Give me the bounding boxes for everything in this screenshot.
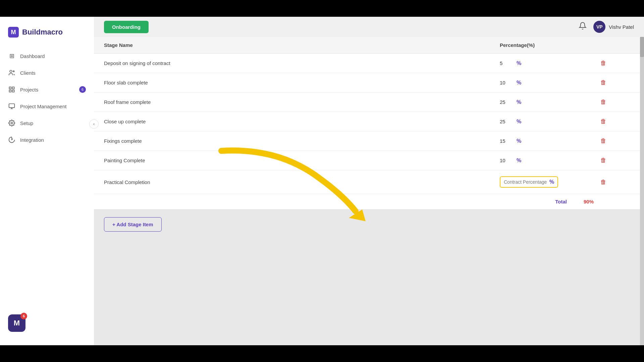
percentage-value: 5 bbox=[500, 60, 513, 66]
percentage-value: 10 bbox=[500, 80, 513, 85]
sidebar-label-setup: Setup bbox=[20, 120, 33, 126]
total-label: Total bbox=[555, 199, 567, 204]
dashboard-icon: ⊞ bbox=[8, 52, 15, 60]
sidebar-label-integration: Integration bbox=[20, 137, 44, 143]
svg-rect-5 bbox=[12, 90, 14, 92]
percent-symbol[interactable]: % bbox=[517, 119, 521, 125]
percentage-cell: 10 % bbox=[500, 80, 600, 86]
delete-button[interactable]: 🗑 bbox=[600, 157, 606, 164]
sidebar-item-project-management[interactable]: Project Management bbox=[0, 98, 94, 115]
percent-symbol[interactable]: % bbox=[517, 80, 521, 86]
stage-name-cell: Roof frame complete bbox=[104, 99, 500, 105]
sidebar-label-clients: Clients bbox=[20, 70, 36, 76]
add-button-container: + Add Stage Item bbox=[94, 209, 644, 240]
percent-symbol[interactable]: % bbox=[517, 158, 521, 164]
sidebar-label-dashboard: Dashboard bbox=[20, 53, 45, 59]
percentage-cell: 25 % bbox=[500, 99, 600, 105]
table-header: Stage Name Percentage(%) bbox=[94, 37, 644, 54]
row-actions: 🗑 bbox=[600, 157, 634, 164]
percentage-value: 10 bbox=[500, 158, 513, 163]
logo-icon: M bbox=[8, 27, 19, 38]
notification-icon[interactable] bbox=[579, 22, 587, 32]
percentage-cell: 10 % bbox=[500, 158, 600, 164]
sidebar-collapse-button[interactable]: ‹ bbox=[89, 119, 99, 129]
sidebar-item-dashboard[interactable]: ⊞ Dashboard bbox=[0, 48, 94, 64]
col-header-stage-name: Stage Name bbox=[104, 42, 500, 48]
user-name: Vishv Patel bbox=[609, 24, 634, 30]
add-stage-item-button[interactable]: + Add Stage Item bbox=[104, 217, 162, 232]
table-row: Deposit on signing of contract 5 % 🗑 bbox=[94, 54, 644, 73]
total-row: Total 90% bbox=[94, 194, 644, 209]
stage-name-cell: Fixings complete bbox=[104, 138, 500, 144]
header: Onboarding VP Vishv Patel bbox=[94, 17, 644, 37]
row-actions: 🗑 bbox=[600, 137, 634, 144]
percent-symbol[interactable]: % bbox=[517, 99, 521, 105]
stage-name-cell: Painting Complete bbox=[104, 158, 500, 163]
total-value: 90% bbox=[574, 199, 594, 204]
sidebar-item-setup[interactable]: Setup bbox=[0, 115, 94, 131]
percent-symbol[interactable]: % bbox=[517, 138, 521, 144]
delete-button[interactable]: 🗑 bbox=[600, 60, 606, 67]
row-actions: 🗑 bbox=[600, 99, 634, 106]
delete-button[interactable]: 🗑 bbox=[600, 79, 606, 86]
table-row-highlighted: Practical Completion % 🗑 bbox=[94, 170, 644, 194]
projects-badge: 6 bbox=[79, 86, 86, 93]
setup-icon bbox=[8, 119, 15, 127]
svg-rect-3 bbox=[12, 87, 14, 89]
table-row: Close up complete 25 % 🗑 bbox=[94, 112, 644, 131]
delete-button[interactable]: 🗑 bbox=[600, 99, 606, 106]
sidebar: M Buildmacro ⊞ Dashboard Clients Project… bbox=[0, 17, 94, 345]
contract-percentage-input[interactable] bbox=[504, 179, 547, 185]
row-actions: 🗑 bbox=[600, 79, 634, 86]
clients-icon bbox=[8, 69, 15, 76]
sidebar-item-projects[interactable]: Projects 6 bbox=[0, 81, 94, 98]
bottom-badge: 6 bbox=[20, 313, 27, 319]
stage-name-cell: Practical Completion bbox=[104, 179, 500, 185]
sidebar-item-integration[interactable]: Integration bbox=[0, 131, 94, 148]
svg-rect-4 bbox=[9, 90, 11, 92]
stage-table: Stage Name Percentage(%) Deposit on sign… bbox=[94, 37, 644, 209]
scrollbar-thumb[interactable] bbox=[640, 37, 644, 57]
project-mgmt-icon bbox=[8, 103, 15, 110]
projects-icon bbox=[8, 86, 15, 93]
percentage-cell: 15 % bbox=[500, 138, 600, 144]
onboarding-button[interactable]: Onboarding bbox=[104, 21, 149, 33]
delete-button[interactable]: 🗑 bbox=[600, 118, 606, 125]
header-right: VP Vishv Patel bbox=[579, 21, 634, 33]
delete-button[interactable]: 🗑 bbox=[600, 179, 606, 186]
percent-symbol[interactable]: % bbox=[517, 60, 521, 66]
table-row: Floor slab complete 10 % 🗑 bbox=[94, 73, 644, 93]
stage-name-cell: Floor slab complete bbox=[104, 80, 500, 85]
row-actions: 🗑 bbox=[600, 118, 634, 125]
sidebar-label-project-mgmt: Project Management bbox=[20, 104, 66, 109]
svg-rect-2 bbox=[9, 87, 11, 89]
percentage-value: 25 bbox=[500, 119, 513, 124]
table-row: Painting Complete 10 % 🗑 bbox=[94, 151, 644, 170]
delete-button[interactable]: 🗑 bbox=[600, 137, 606, 144]
sidebar-label-projects: Projects bbox=[20, 87, 38, 93]
logo-area: M Buildmacro bbox=[0, 23, 94, 48]
percentage-cell-highlighted: % bbox=[500, 176, 600, 188]
percentage-cell: 5 % bbox=[500, 60, 600, 66]
svg-rect-6 bbox=[9, 104, 15, 108]
percentage-cell: 25 % bbox=[500, 119, 600, 125]
sidebar-item-clients[interactable]: Clients bbox=[0, 64, 94, 81]
svg-point-7 bbox=[11, 122, 13, 124]
svg-point-1 bbox=[13, 71, 14, 72]
row-actions: 🗑 bbox=[600, 60, 634, 67]
app-bottom-icon[interactable]: M 6 bbox=[8, 314, 25, 332]
percentage-input-wrap: % bbox=[500, 176, 558, 188]
scrollbar-track[interactable] bbox=[640, 37, 644, 345]
percent-symbol-highlighted[interactable]: % bbox=[549, 179, 554, 185]
col-header-percentage: Percentage(%) bbox=[500, 42, 600, 48]
user-area[interactable]: VP Vishv Patel bbox=[593, 21, 634, 33]
sidebar-bottom: M 6 bbox=[0, 308, 94, 339]
table-row: Fixings complete 15 % 🗑 bbox=[94, 131, 644, 151]
stage-name-cell: Close up complete bbox=[104, 119, 500, 124]
integration-icon bbox=[8, 136, 15, 143]
app-name: Buildmacro bbox=[22, 28, 63, 37]
stage-name-cell: Deposit on signing of contract bbox=[104, 60, 500, 66]
avatar: VP bbox=[593, 21, 605, 33]
table-row: Roof frame complete 25 % 🗑 bbox=[94, 93, 644, 112]
svg-point-0 bbox=[10, 70, 12, 73]
